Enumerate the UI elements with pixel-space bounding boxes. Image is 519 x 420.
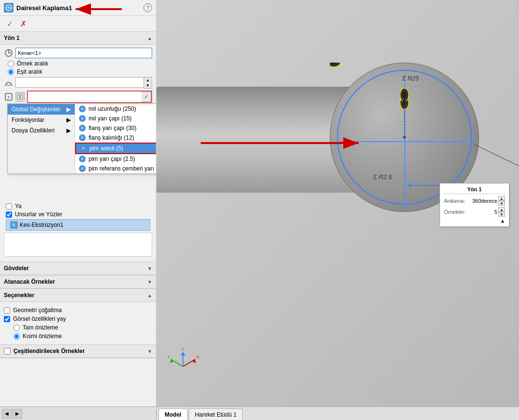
angle-up-btn[interactable]: ▲: [144, 78, 152, 83]
dropdown-right-item-3[interactable]: ⊕ flanş kalınlığı (12): [75, 133, 156, 143]
feature-item[interactable]: K Kes-Ekstrüzyon1: [6, 219, 150, 231]
radio-tam[interactable]: [13, 325, 20, 331]
axes-widget: X Y Z: [166, 345, 200, 380]
dropdown-left-item-1[interactable]: Fonksiyonlar ▶: [8, 115, 75, 125]
govdeler-header[interactable]: Gövdeler ▼: [0, 262, 156, 275]
nav-next-btn[interactable]: ▶: [13, 409, 22, 419]
dropdown-left-label-2: Dosya Özellikleri: [12, 127, 54, 134]
dropdown-right-label-5: pim yarı çapı (2.5): [89, 156, 135, 162]
info-box-collapse[interactable]: ▲: [444, 218, 505, 223]
info-aralama-row: Aralama: 360derece ▲ ▼: [444, 196, 505, 206]
left-panel: Dairesel Kaplama1 ? ✓ ✗ Yön 1 ▲: [0, 0, 156, 407]
feature-label: Kes-Ekstrüzyon1: [20, 222, 64, 228]
dropdown-right-item-0[interactable]: ⊕ mil uzunluğu (250): [75, 104, 156, 114]
red-arrow-right: [200, 136, 363, 152]
help-button[interactable]: ?: [143, 3, 152, 12]
dropdown-left-item-2[interactable]: Dosya Özellikleri ▶: [8, 125, 75, 136]
red-arrow-header: [75, 2, 123, 17]
dropdown-right-item-4[interactable]: ⊕ pim adedi (5): [75, 143, 156, 154]
cesit-checkbox[interactable]: [4, 348, 11, 354]
radio-ornek-label: Örnek aralık: [17, 60, 48, 67]
info-ornekler-val: 5: [494, 209, 497, 215]
direction-row: [4, 48, 152, 58]
svg-text:#: #: [7, 95, 10, 100]
info-ornekler-label: Örnekler:: [444, 209, 466, 215]
kismi-label: Kısmi önizleme: [23, 333, 62, 340]
direction-input[interactable]: [15, 48, 152, 58]
info-aralama-spinner: ▲ ▼: [498, 196, 505, 206]
dropdown-left-arrow-0: ▶: [66, 106, 71, 113]
info-box-title: Yön 1: [444, 186, 505, 194]
dropdown-left-label-1: Fonksiyonlar: [12, 117, 44, 123]
gorsel-checkbox[interactable]: [4, 316, 10, 322]
ya-label: Ya: [15, 203, 22, 210]
nav-prev-btn[interactable]: ◀: [2, 409, 12, 419]
dropdown-layout: Global Değişkenler ▶ Fonksiyonlar ▶ Dosy…: [8, 104, 156, 173]
tab-model[interactable]: Model: [158, 408, 188, 420]
angle-input[interactable]: 360.00derece: [15, 77, 144, 88]
radio-kismi[interactable]: [13, 333, 20, 340]
info-box: Yön 1 Aralama: 360derece ▲ ▼ Örnekler: 5: [440, 183, 509, 227]
atanacak-chevron: ▼: [147, 279, 152, 285]
radio-ornek[interactable]: [8, 61, 14, 67]
dropdown-left: Global Değişkenler ▶ Fonksiyonlar ▶ Dosy…: [8, 104, 75, 173]
secenekler-title: Seçenekler: [4, 292, 34, 299]
dropdown-right-label-1: mil yarı çapı (15): [89, 115, 131, 122]
bottom-bar: ◀ ▶ Model Hareket Etüdü 1: [0, 407, 519, 420]
info-ornekler-up[interactable]: ▲: [498, 207, 505, 212]
cancel-button[interactable]: ✗: [17, 18, 29, 29]
angle-input-wrap: 360.00derece ▲ ▼: [15, 77, 152, 89]
secenekler-header[interactable]: Seçenekler ▲: [0, 289, 156, 302]
info-aralama-up[interactable]: ▲: [498, 196, 505, 201]
atanacak-title: Atanacak Örnekler: [4, 278, 55, 285]
radio-esit[interactable]: [8, 69, 14, 75]
angle-down-btn[interactable]: ▼: [144, 83, 152, 88]
info-ornekler-down[interactable]: ▼: [498, 212, 505, 217]
unsurlar-checkbox[interactable]: [6, 211, 12, 218]
govdeler-section: Gövdeler ▼: [0, 262, 156, 276]
confirm-button[interactable]: ✓: [4, 18, 15, 29]
panel-header: Dairesel Kaplama1 ?: [0, 0, 156, 16]
count-row: # Σ =1 ✓: [4, 91, 152, 103]
yon1-header[interactable]: Yön 1 ▲: [0, 32, 156, 45]
geometri-row: Geometri çoğaltma: [4, 307, 152, 314]
dropdown-right-item-5[interactable]: ⊕ pim yarı çapı (2.5): [75, 154, 156, 164]
radio-row-2: Eşit aralık: [8, 68, 152, 75]
tab-hareket[interactable]: Hareket Etüdü 1: [189, 408, 243, 420]
svg-marker-41: [181, 352, 185, 355]
dropdown-right-item-6[interactable]: ⊕ pim referans çemberi yarı çapı (25): [75, 164, 156, 173]
count-input[interactable]: =1: [28, 92, 142, 102]
tam-label: Tam önizleme: [23, 324, 58, 331]
govdeler-title: Gövdeler: [4, 265, 29, 272]
info-ornekler-row: Örnekler: 5 ▲ ▼: [444, 207, 505, 217]
dropdown-right-item-2[interactable]: ⊕ flanş yarı çapı (30): [75, 123, 156, 133]
info-aralama-value: 360derece ▲ ▼: [472, 196, 505, 206]
radio-row-1: Örnek aralık: [8, 60, 152, 67]
right-panel: Σ R25 Σ R2.5 10: [156, 0, 519, 407]
svg-point-13: [402, 92, 406, 98]
bottom-right: Model Hareket Etüdü 1: [156, 407, 519, 420]
dropdown-right-item-1[interactable]: ⊕ mil yarı çapı (15): [75, 114, 156, 123]
cesit-header-left: Çeşitlendirilecek Örnekler: [4, 348, 85, 354]
atanacak-header[interactable]: Atanacak Örnekler ▼: [0, 276, 156, 289]
info-aralama-down[interactable]: ▼: [498, 201, 505, 206]
equation-icon[interactable]: Σ: [15, 92, 25, 102]
geometri-checkbox[interactable]: [4, 307, 10, 314]
cesit-header[interactable]: Çeşitlendirilecek Örnekler ▼: [0, 345, 156, 358]
globe-icon-6: ⊕: [79, 165, 86, 172]
globe-icon-4: ⊕: [80, 145, 87, 152]
globe-icon-5: ⊕: [79, 156, 86, 162]
panel-header-icon: [4, 3, 13, 13]
ya-checkbox-row: Ya: [4, 203, 152, 210]
radio-esit-label: Eşit aralık: [17, 68, 42, 75]
count-input-wrap: =1 ✓: [27, 91, 152, 103]
count-check[interactable]: ✓: [142, 92, 151, 102]
gorsel-row: Görsel özellikleri yay: [4, 315, 152, 322]
dropdown-left-item-0[interactable]: Global Değişkenler ▶: [8, 104, 75, 115]
tam-row: Tam önizleme: [13, 324, 152, 331]
info-ornekler-spinner: ▲ ▼: [498, 207, 505, 217]
svg-text:X: X: [196, 354, 199, 359]
secenekler-section: Seçenekler ▲ Geometri çoğaltma Görsel öz…: [0, 289, 156, 345]
ya-checkbox[interactable]: [6, 203, 12, 210]
unsurlar-row: Unsurlar ve Yüzler: [4, 211, 152, 218]
